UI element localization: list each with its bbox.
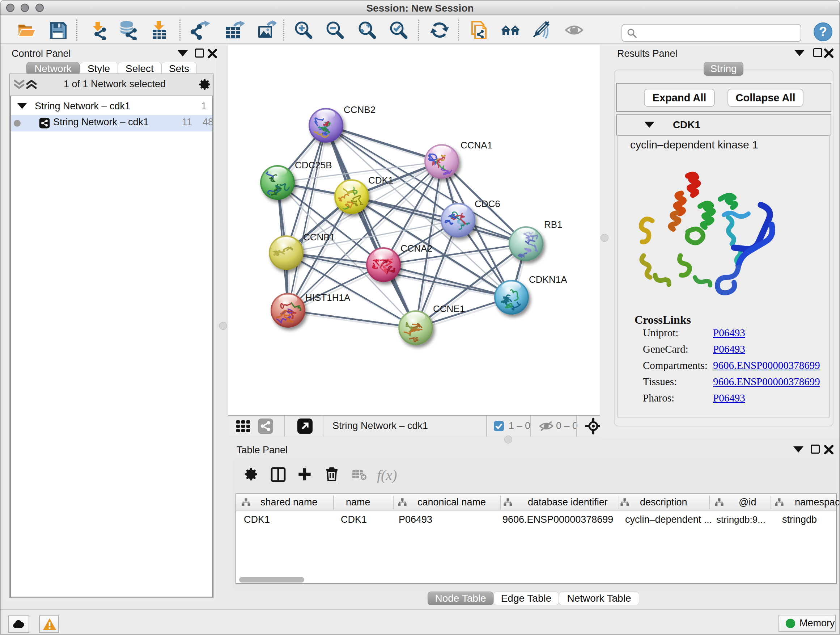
svg-text:CCNB2: CCNB2 (344, 104, 376, 115)
svg-text:HIST1H1A: HIST1H1A (305, 292, 351, 303)
svg-text:CDK1: CDK1 (368, 175, 393, 186)
svg-text:CCNA1: CCNA1 (461, 140, 493, 150)
svg-text:CDC25B: CDC25B (295, 160, 332, 171)
svg-text:?: ? (819, 24, 827, 39)
svg-text:CCNE1: CCNE1 (433, 303, 465, 314)
svg-text:CCNA2: CCNA2 (401, 243, 432, 254)
svg-text:CDC6: CDC6 (475, 198, 500, 209)
svg-text:RB1: RB1 (544, 219, 562, 230)
svg-text:CCNB1: CCNB1 (303, 232, 335, 242)
svg-text:CDKN1A: CDKN1A (529, 274, 567, 285)
